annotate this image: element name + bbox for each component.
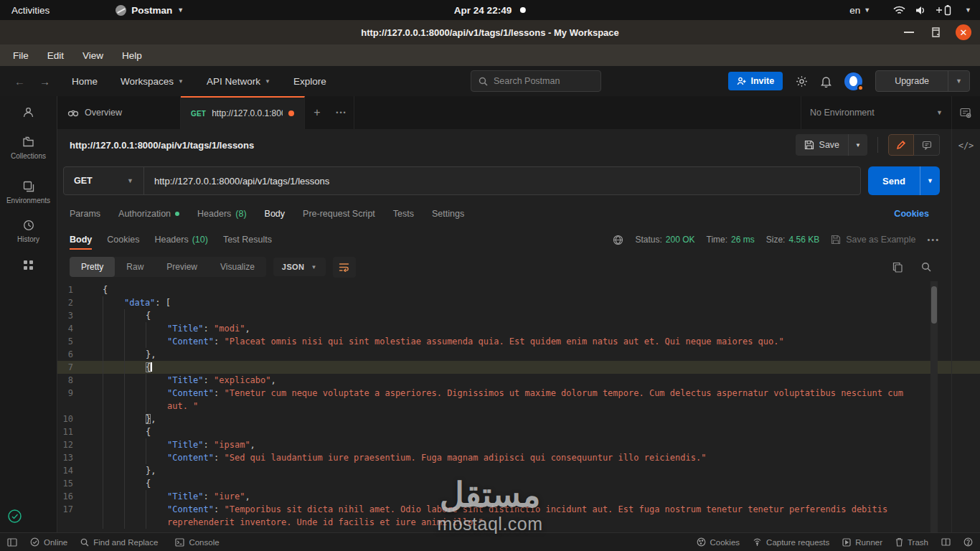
nav-api-network[interactable]: API Network▼ — [198, 72, 279, 91]
cookies-button[interactable]: Cookies — [697, 537, 740, 547]
code-line[interactable]: 12"Title": "ipsam", — [57, 438, 980, 451]
split-pane-button[interactable] — [941, 538, 951, 546]
sidebar-item-history[interactable]: History — [0, 220, 57, 243]
response-more-button[interactable]: ••• — [927, 235, 940, 244]
code-line[interactable]: 1{ — [57, 283, 980, 296]
tab-body[interactable]: Body — [265, 209, 286, 219]
sidebar-item-collections[interactable]: Collections — [0, 136, 57, 160]
code-line[interactable]: 9"Content": "Tenetur cum neque voluptate… — [57, 387, 980, 413]
tab-settings[interactable]: Settings — [432, 209, 464, 219]
format-select[interactable]: JSON ▼ — [273, 258, 326, 276]
system-tray[interactable]: en ▼ ▼ — [849, 4, 980, 16]
code-line[interactable]: 11{ — [57, 425, 980, 438]
wrap-lines-button[interactable] — [333, 257, 356, 278]
runner-button[interactable]: Runner — [842, 538, 882, 547]
tab-authorization[interactable]: Authorization — [118, 209, 179, 219]
menu-file[interactable]: File — [0, 44, 38, 66]
trash-button[interactable]: Trash — [895, 537, 928, 547]
response-tab-headers[interactable]: Headers(10) — [154, 227, 207, 253]
tab-params[interactable]: Params — [70, 209, 100, 219]
maximize-button[interactable] — [930, 27, 940, 37]
sidebar-user-icon[interactable] — [0, 106, 57, 118]
code-line[interactable]: 7{ — [57, 361, 980, 374]
nav-explore[interactable]: Explore — [285, 72, 335, 91]
copy-icon[interactable] — [892, 262, 903, 273]
tab-overview[interactable]: Overview — [57, 96, 181, 129]
view-mode-visualize[interactable]: Visualize — [209, 257, 266, 277]
scrollbar[interactable] — [930, 281, 938, 532]
comment-button[interactable] — [914, 134, 940, 156]
view-mode-pretty[interactable]: Pretty — [70, 257, 115, 277]
search-response-icon[interactable] — [921, 262, 931, 272]
menu-edit[interactable]: Edit — [38, 44, 73, 66]
tab-request-active[interactable]: GET http://127.0.0.1:8000/ap — [181, 96, 305, 129]
chevron-down-icon[interactable]: ▼ — [948, 71, 969, 91]
capture-requests-button[interactable]: Capture requests — [753, 537, 829, 547]
code-line[interactable]: 4"Title": "modi", — [57, 322, 980, 335]
response-tab-test-results[interactable]: Test Results — [223, 227, 272, 253]
code-line[interactable]: 6}, — [57, 348, 980, 361]
view-mode-raw[interactable]: Raw — [115, 257, 155, 277]
response-tab-cookies[interactable]: Cookies — [107, 227, 139, 253]
minimize-button[interactable] — [904, 32, 914, 33]
view-mode-preview[interactable]: Preview — [155, 257, 209, 277]
menu-help[interactable]: Help — [113, 44, 151, 66]
edit-pencil-button[interactable] — [888, 134, 914, 156]
forward-button[interactable]: → — [39, 75, 50, 88]
save-button[interactable]: Save ▼ — [796, 134, 867, 156]
scrollbar-thumb[interactable] — [931, 286, 937, 324]
method-select[interactable]: GET ▼ — [64, 167, 144, 194]
search-input[interactable] — [494, 76, 587, 86]
avatar[interactable] — [844, 72, 862, 90]
nav-workspaces[interactable]: Workspaces▼ — [112, 72, 192, 91]
cookies-link[interactable]: Cookies — [894, 209, 929, 219]
back-button[interactable]: ← — [14, 75, 25, 88]
send-button[interactable]: Send ▼ — [868, 166, 940, 195]
code-line[interactable]: 15{ — [57, 477, 980, 490]
sidebar-more-blocks-icon[interactable] — [0, 260, 57, 270]
app-menu[interactable]: Postman ▼ — [108, 5, 191, 16]
code-line[interactable]: 2"data": [ — [57, 296, 980, 309]
add-tab-button[interactable]: + — [305, 96, 329, 129]
code-line[interactable]: 10}, — [57, 413, 980, 425]
window-title-bar[interactable]: http://127.0.0.1:8000/api/v1/tags/1/less… — [0, 20, 980, 44]
activities-button[interactable]: Activities — [0, 0, 61, 20]
menu-view[interactable]: View — [73, 44, 113, 66]
save-as-example-button[interactable]: Save as Example — [831, 235, 915, 245]
online-status[interactable]: Online — [30, 537, 67, 547]
tab-headers[interactable]: Headers(8) — [197, 209, 247, 219]
environment-quick-look-button[interactable] — [951, 96, 980, 129]
notifications-bell-icon[interactable] — [821, 75, 831, 88]
console-button[interactable]: Console — [175, 538, 219, 547]
tab-pre-request-script[interactable]: Pre-request Script — [303, 209, 375, 219]
code-line[interactable]: 16"Title": "iure", — [57, 490, 980, 503]
code-line[interactable]: 14}, — [57, 464, 980, 477]
find-replace-button[interactable]: Find and Replace — [80, 538, 158, 547]
code-line[interactable]: 13"Content": "Sed qui laudantium iure pr… — [57, 451, 980, 464]
sidebar-toggle-button[interactable] — [7, 538, 17, 547]
nav-home[interactable]: Home — [63, 72, 106, 91]
code-snippet-icon[interactable]: </> — [958, 141, 974, 532]
code-line[interactable]: 17"Content": "Temporibus sit dicta nihil… — [57, 503, 980, 529]
code-line[interactable]: 5"Content": "Placeat omnis nisi qui sint… — [57, 335, 980, 348]
response-body-editor[interactable]: 1{2"data": [3{4"Title": "modi",5"Content… — [57, 281, 980, 532]
tab-tests[interactable]: Tests — [393, 209, 414, 219]
upgrade-button[interactable]: Upgrade ▼ — [875, 70, 970, 92]
url-input[interactable] — [154, 176, 850, 187]
agent-icon[interactable] — [7, 509, 22, 524]
code-line[interactable]: 8"Title": "explicabo", — [57, 374, 980, 387]
help-button[interactable] — [963, 537, 973, 547]
more-tabs-button[interactable]: ••• — [329, 96, 354, 129]
code-line[interactable]: 3{ — [57, 309, 980, 322]
search-box[interactable] — [471, 70, 601, 92]
invite-button[interactable]: Invite — [728, 72, 783, 90]
save-options-button[interactable]: ▼ — [848, 134, 867, 156]
network-globe-icon[interactable] — [613, 235, 623, 245]
send-options-button[interactable]: ▼ — [920, 166, 940, 195]
sidebar-item-environments[interactable]: Environments — [0, 181, 57, 204]
clock-menu[interactable]: Apr 24 22:49 — [454, 5, 526, 16]
environment-selector[interactable]: No Environment ▼ — [801, 96, 951, 129]
settings-gear-icon[interactable] — [796, 75, 808, 88]
response-tab-body[interactable]: Body — [70, 227, 92, 253]
close-button[interactable]: ✕ — [956, 24, 971, 40]
